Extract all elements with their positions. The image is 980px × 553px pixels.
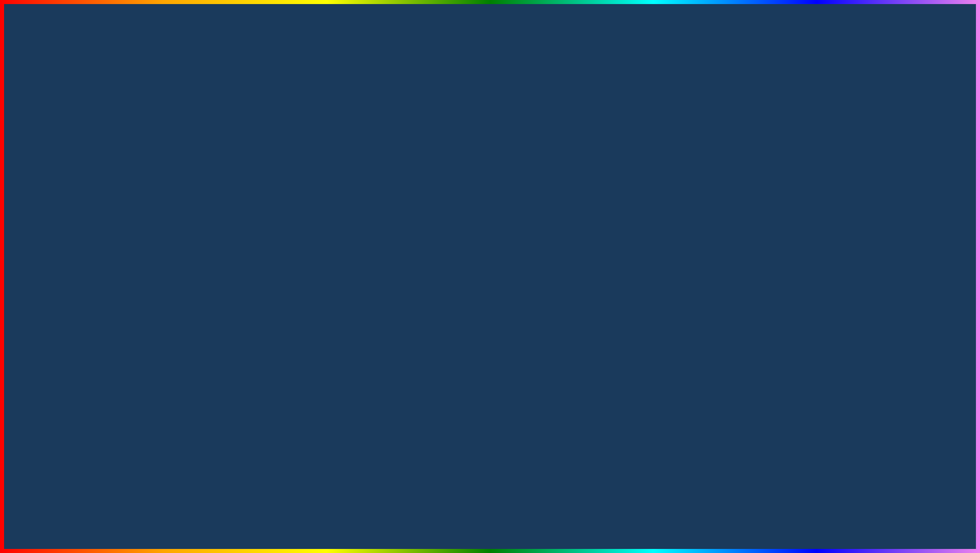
super-fast-kick-toggle[interactable] (265, 188, 283, 197)
right-panel-logo (696, 107, 706, 117)
fast-attack-toggle[interactable] (265, 163, 283, 172)
auto-hanging-toggle[interactable] (915, 167, 933, 176)
find-mirage-toggle[interactable] (915, 184, 933, 193)
moon-status: 3/5 : Full Moon 50% (747, 132, 933, 140)
feature-fast-attack: Fast Attack [ Normal ✓] (97, 161, 283, 175)
left-panel-body: Auto Farm PVP + Aimbot Stats & Sver Tele… (42, 119, 288, 227)
auto-text: AUTO (141, 469, 298, 532)
sidebar-item-up-race[interactable]: UP Race [V4] (44, 214, 90, 224)
r-sidebar-devil-fruit[interactable]: Devil Fruit (694, 173, 740, 183)
left-gui-panel: #Coca↑ Hub [ MOBILE & PC ] [RightControl… (41, 103, 289, 266)
feature-find-mirage-hop: Find Mirage Island [Hop] (747, 198, 933, 212)
main-title: BLOX FRUITS (197, 15, 783, 109)
r-sidebar-up-race[interactable]: UP Race [V4] (694, 203, 740, 214)
mirage-line-right (866, 158, 933, 159)
left-panel-sidebar: Auto Farm PVP + Aimbot Stats & Sver Tele… (42, 119, 92, 227)
bottom-text: AUTO FARM SCRIPT PASTEBIN (141, 468, 840, 533)
bring-monster-label: Bring Monster [✓] (97, 151, 146, 158)
left-panel-content: WARN: Use Anti When Farming! Anti Out Ga… (92, 119, 288, 227)
feature-super-fast-warning: Super Fast Attack [ Lag For Weak Devices… (97, 175, 283, 186)
titlebar-left: #Coca↑ Hub [ MOBILE & PC ] (46, 107, 147, 117)
r-sidebar-esp[interactable]: Esp (694, 163, 740, 173)
right-panel-hotkey: [RightControl] (894, 108, 934, 116)
r-sidebar-stats[interactable]: Stats & Sver (694, 132, 740, 143)
sidebar-item-esp[interactable]: Esp (44, 173, 90, 183)
bf-blox-text: BL◆X (870, 505, 929, 522)
bf-fruits-text: FRUITS (870, 522, 929, 538)
bf-title-stacked: BL◆X FRUITS (870, 505, 929, 538)
sidebar-item-shop-race[interactable]: Shop & Race (44, 193, 90, 203)
panel-bottom-label: [ Screen ] (102, 231, 227, 237)
super-fast-warning-label: Super Fast Attack [ Lag For Weak Devices… (97, 177, 223, 184)
find-mirage-label: Find Mirage Island (747, 185, 798, 192)
r-sidebar-checking[interactable]: Checking Status (694, 214, 740, 230)
check-line-right (873, 127, 933, 127)
r-sidebar-misc-hop[interactable]: Misc & Hop (694, 193, 740, 203)
full-moon-label: [ Full Moon -Check- ] (808, 123, 872, 130)
main-content: BLOX FRUITS #Coca↑ Hub [ MOBILE & PC ] [… (0, 0, 980, 553)
feature-super-fast-kick: Super Fast Attack [ Kick + Auto-Click ] (97, 186, 283, 199)
right-panel-body: PVP + Aimbot Stats & Sver Teleport Raid … (692, 119, 938, 233)
sidebar-item-stats[interactable]: Stats & Sver (44, 143, 90, 153)
left-panel-bottom: [ Screen ] (42, 227, 288, 240)
right-panel-name: #Coca↑ Hub (712, 108, 745, 115)
left-panel-titlebar: #Coca↑ Hub [ MOBILE & PC ] [RightControl… (42, 105, 288, 119)
auto-hanging-label: Auto Hanging Mirage island [FUNCTION IS … (747, 168, 885, 175)
right-panel-platform: [ MOBILE & PC ] (748, 108, 797, 116)
sidebar-item-devil-fruit[interactable]: Devil Fruit (44, 183, 90, 193)
titlebar-right: [RightControl] (244, 108, 284, 116)
sidebar-item-pvp[interactable]: PVP + Aimbot (44, 132, 90, 143)
mirage-line-left (747, 158, 814, 159)
right-panel-content: [ Full Moon -Check- ] 3/5 : Full Moon 50… (742, 119, 938, 233)
right-panel-sidebar: PVP + Aimbot Stats & Sver Teleport Raid … (692, 119, 742, 233)
bf-logo-bottom: ☠ BL◆X FRUITS (843, 505, 929, 538)
sidebar-item-raid[interactable]: Raid & Awk (44, 163, 90, 173)
find-mirage-hop-toggle[interactable] (915, 200, 933, 210)
auto-click-toggle[interactable] (265, 201, 283, 210)
find-mirage-hop-label: Find Mirage Island [Hop] (747, 201, 814, 209)
panels-section: #Coca↑ Hub [ MOBILE & PC ] [RightControl… (0, 98, 980, 458)
feature-find-mirage: Find Mirage Island (747, 182, 933, 195)
sidebar-item-teleport[interactable]: Teleport (44, 153, 90, 163)
panel-logo (46, 107, 56, 117)
feature-anti-out-game: Anti Out Game (97, 135, 283, 148)
r-sidebar-teleport[interactable]: Teleport (694, 143, 740, 153)
sidebar-item-auto-farm[interactable]: Auto Farm (44, 122, 90, 132)
check-line-left (747, 127, 808, 127)
mirage-section-header: [ Mirage Island ] (747, 155, 933, 162)
title-section: BLOX FRUITS (0, 15, 980, 109)
bring-monster-toggle[interactable] (265, 150, 283, 159)
farm-text: FARM (310, 469, 469, 532)
bf-logo-icon: ☠ BL◆X FRUITS (843, 505, 929, 538)
r-sidebar-raid[interactable]: Raid & Awk (694, 153, 740, 163)
panel-name: #Coca↑ Hub (62, 108, 95, 115)
right-titlebar-left: #Coca↑ Hub [ MOBILE & PC ] (696, 107, 797, 117)
right-panel-titlebar: #Coca↑ Hub [ MOBILE & PC ] [RightControl… (692, 105, 938, 119)
feature-auto-click: Auto Click (97, 199, 283, 212)
bf-logo-row: ☠ BL◆X FRUITS (843, 505, 929, 538)
panel-platform: [ MOBILE & PC ] (99, 108, 147, 116)
mirage-section-label: [ Mirage Island ] (814, 155, 866, 162)
pastebin-text: PASTEBIN (637, 483, 840, 529)
script-text: SCRIPT (481, 483, 630, 529)
feature-auto-hanging: Auto Hanging Mirage island [FUNCTION IS … (747, 165, 933, 178)
full-moon-check-header: [ Full Moon -Check- ] (747, 123, 933, 130)
feature-bring-monster: Bring Monster [✓] (97, 148, 283, 161)
auto-click-label: Auto Click (97, 202, 125, 209)
warn-text: WARN: Use Anti When Farming! (97, 123, 283, 131)
mirage-not-found: : Mirage Island Not Found [X] (747, 143, 933, 151)
fast-attack-label: Fast Attack [ Normal ✓] (97, 164, 161, 171)
sidebar-item-misc-hop[interactable]: Misc & Hop (44, 203, 90, 214)
anti-out-game-label: Anti Out Game (97, 138, 138, 145)
skull-icon: ☠ (843, 509, 868, 534)
r-sidebar-shop-race[interactable]: Shop & Race (694, 183, 740, 193)
r-sidebar-pvp[interactable]: PVP + Aimbot (694, 122, 740, 132)
right-gui-panel: #Coca↑ Hub [ MOBILE & PC ] [RightControl… (691, 103, 939, 266)
panel-hotkey: [RightControl] (244, 108, 284, 116)
super-fast-kick-label: Super Fast Attack [ Kick + Auto-Click ] (97, 189, 200, 196)
right-titlebar-right: [RightControl] (894, 108, 934, 116)
bottom-section: AUTO FARM SCRIPT PASTEBIN ☠ BL◆X FRUITS (0, 458, 980, 553)
anti-out-game-toggle[interactable] (265, 137, 283, 146)
